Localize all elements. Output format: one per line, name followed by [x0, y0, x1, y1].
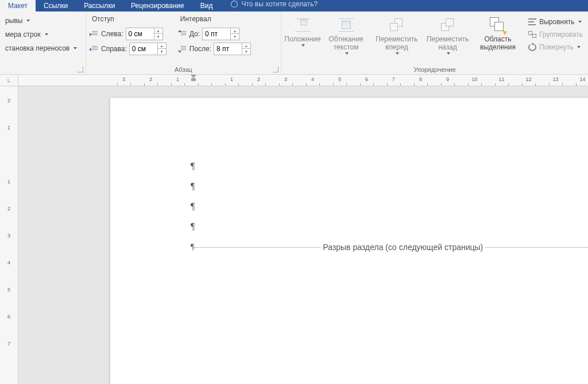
tab-links[interactable]: Ссылки — [36, 0, 76, 11]
indent-right-icon — [90, 45, 99, 53]
tab-view[interactable]: Вид — [192, 0, 221, 11]
group-arrange: Положение Обтекание текстом Переместить … — [281, 11, 588, 74]
position-button[interactable]: Положение — [285, 14, 320, 59]
tell-me-label: Что вы хотите сделать? — [241, 0, 318, 8]
tell-me-search[interactable]: Что вы хотите сделать? — [231, 0, 318, 8]
chevron-down-icon — [345, 52, 349, 55]
indent-heading: Отступ — [90, 14, 167, 25]
selection-pane-button[interactable]: Область выделения — [474, 14, 522, 59]
group-title-page-setup — [0, 66, 86, 74]
paragraph-mark: ¶ — [191, 181, 195, 191]
spacing-heading: Интервал — [178, 14, 251, 25]
ribbon: рывы мера строк становка переносов Отсту… — [0, 11, 588, 75]
indent-right-label: Справа: — [101, 45, 127, 53]
bring-forward-icon — [390, 18, 404, 32]
indent-left-label: Слева: — [101, 30, 123, 38]
chevron-down-icon — [577, 46, 581, 48]
tab-layout[interactable]: Макет — [0, 0, 36, 11]
group-label: Группировать — [539, 30, 583, 39]
chevron-down-icon — [301, 44, 305, 47]
chevron-down-icon — [396, 52, 399, 55]
dialog-launcher-icon[interactable] — [273, 67, 278, 72]
breaks-button[interactable]: рывы — [3, 16, 79, 25]
send-backward-button[interactable]: Переместить назад — [424, 14, 471, 59]
group-objects-button[interactable]: Группировать — [527, 30, 585, 39]
tab-review[interactable]: Рецензирование — [123, 0, 192, 11]
selection-pane-icon — [490, 17, 506, 33]
chevron-down-icon — [447, 52, 450, 55]
spacing-before-label: До: — [189, 30, 200, 38]
section-break-label: Разрыв раздела (со следующей страницы) — [320, 243, 485, 252]
align-icon — [528, 18, 536, 25]
chevron-down-icon — [74, 47, 77, 49]
group-title-paragraph: Абзац — [86, 66, 281, 74]
workspace: ˪ 321123456789101112131415 211234567 ¶ ¶… — [0, 75, 588, 384]
paragraph-mark: ¶ — [191, 161, 195, 171]
ruler-corner[interactable]: ˪ — [0, 75, 18, 86]
spacing-after-input[interactable]: ▲▼ — [214, 43, 251, 55]
wrap-text-icon — [339, 18, 354, 33]
group-icon — [528, 31, 536, 38]
indent-left-icon — [90, 30, 99, 38]
chevron-down-icon — [578, 21, 582, 23]
paragraph-mark: ¶ — [191, 221, 195, 232]
indent-left-input[interactable]: ▲▼ — [126, 28, 163, 40]
ribbon-tabs: Макет Ссылки Рассылки Рецензирование Вид… — [0, 0, 588, 11]
chevron-down-icon — [26, 20, 30, 22]
spacing-before-input[interactable]: ▲▼ — [202, 28, 239, 40]
dialog-launcher-icon[interactable] — [78, 67, 83, 72]
rotate-icon — [528, 43, 536, 51]
spacing-before-icon — [178, 30, 187, 38]
hyphenation-label: становка переносов — [5, 44, 69, 52]
line-numbers-button[interactable]: мера строк — [3, 30, 79, 39]
indent-right-input[interactable]: ▲▼ — [129, 43, 167, 55]
hyphenation-button[interactable]: становка переносов — [3, 44, 79, 53]
group-paragraph: Отступ Слева: ▲▼ Справа: ▲▼ Интервал — [86, 11, 281, 74]
align-label: Выровнять — [539, 18, 574, 26]
section-break: ¶ Разрыв раздела (со следующей страницы) — [191, 243, 588, 252]
bulb-icon — [231, 1, 238, 7]
send-backward-icon — [441, 18, 455, 32]
group-title-arrange: Упорядочение — [281, 66, 588, 74]
paragraph-mark: ¶ — [191, 201, 195, 212]
ruler-vertical[interactable]: 211234567 — [0, 86, 18, 384]
ruler-horizontal[interactable]: 321123456789101112131415 — [18, 75, 588, 86]
spacing-after-label: После: — [189, 45, 211, 53]
chevron-down-icon — [45, 33, 48, 36]
page: ¶ ¶ ¶ ¶ ¶ Разрыв раздела (со следующей с… — [110, 98, 588, 384]
indent-marker[interactable] — [191, 75, 196, 83]
spacing-after-icon — [178, 45, 187, 53]
group-page-setup: рывы мера строк становка переносов — [0, 11, 86, 74]
document-canvas[interactable]: ¶ ¶ ¶ ¶ ¶ Разрыв раздела (со следующей с… — [18, 86, 588, 384]
align-button[interactable]: Выровнять — [527, 17, 585, 26]
tab-mailings[interactable]: Рассылки — [76, 0, 123, 11]
breaks-label: рывы — [5, 17, 22, 25]
rotate-label: Повернуть — [539, 43, 573, 51]
bring-forward-button[interactable]: Переместить вперед — [372, 14, 421, 59]
rotate-button[interactable]: Повернуть — [527, 43, 585, 52]
line-numbers-label: мера строк — [5, 30, 41, 39]
position-icon — [295, 18, 310, 33]
wrap-text-button[interactable]: Обтекание текстом — [323, 14, 369, 59]
